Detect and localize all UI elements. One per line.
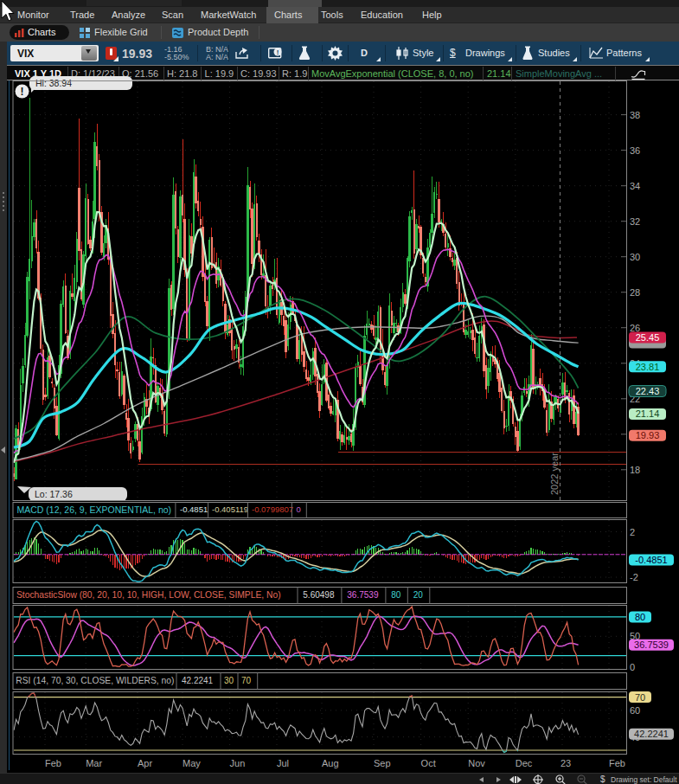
svg-text:Aug: Aug: [322, 758, 339, 768]
svg-text:-0.405119: -0.405119: [212, 504, 248, 514]
svg-text:Dec: Dec: [516, 758, 533, 768]
svg-text:Feb: Feb: [609, 758, 625, 768]
svg-text:36: 36: [630, 145, 640, 156]
svg-text:Lo: 17.36: Lo: 17.36: [35, 489, 73, 499]
svg-text:MACD (12, 26, 9, EXPONENTIAL,: MACD (12, 26, 9, EXPONENTIAL, no): [17, 504, 172, 515]
svg-text:30: 30: [224, 676, 234, 685]
svg-text:Mar: Mar: [86, 758, 102, 768]
svg-text:Jul: Jul: [277, 758, 289, 768]
svg-text:Apr: Apr: [138, 758, 152, 768]
svg-text:Sep: Sep: [374, 758, 391, 768]
svg-text:60: 60: [630, 705, 640, 716]
svg-text:30: 30: [630, 252, 640, 262]
svg-text:80: 80: [635, 612, 645, 622]
svg-text:28: 28: [630, 287, 640, 298]
svg-text:-2: -2: [630, 572, 638, 582]
svg-text:18: 18: [630, 465, 640, 475]
svg-text:36.7539: 36.7539: [634, 639, 669, 650]
svg-text:25.45: 25.45: [636, 332, 660, 343]
svg-text:19.93: 19.93: [636, 430, 660, 440]
svg-text:Jun: Jun: [230, 758, 246, 768]
svg-text:42.2241: 42.2241: [182, 676, 214, 685]
svg-text:Hi: 38.94: Hi: 38.94: [35, 78, 72, 88]
svg-text:42.2241: 42.2241: [634, 729, 669, 739]
svg-text:23: 23: [560, 758, 571, 768]
svg-text:2022 year: 2022 year: [549, 453, 560, 495]
svg-text:May: May: [183, 758, 201, 768]
svg-text:2: 2: [630, 527, 635, 537]
svg-text:Nov: Nov: [468, 758, 485, 768]
svg-text:36.7539: 36.7539: [347, 590, 379, 600]
svg-text:38: 38: [630, 110, 640, 120]
svg-text:-0.4851: -0.4851: [180, 504, 208, 514]
svg-text:RSI (14, 70, 30, CLOSE, WILDER: RSI (14, 70, 30, CLOSE, WILDERS, no): [16, 676, 174, 685]
svg-text:0: 0: [296, 504, 300, 514]
svg-text:26: 26: [630, 323, 640, 333]
svg-text:StochasticSlow (80, 20, 10, 10: StochasticSlow (80, 20, 10, 10, HIGH, LO…: [16, 590, 281, 600]
svg-text:70: 70: [635, 692, 645, 703]
svg-text:5.60498: 5.60498: [303, 590, 335, 600]
svg-text:-0.0799807: -0.0799807: [252, 504, 293, 514]
svg-text:22.43: 22.43: [636, 386, 660, 396]
svg-text:Feb: Feb: [45, 758, 61, 768]
svg-text:80: 80: [391, 590, 401, 600]
svg-text:-0.4851: -0.4851: [635, 555, 667, 565]
svg-text:0: 0: [630, 662, 635, 672]
svg-text:70: 70: [241, 676, 252, 685]
svg-text:23.81: 23.81: [636, 362, 660, 372]
svg-text:34: 34: [630, 181, 640, 191]
svg-text:Oct: Oct: [421, 758, 436, 768]
svg-text:32: 32: [630, 216, 640, 227]
svg-text:20: 20: [413, 590, 424, 600]
svg-text:21.14: 21.14: [636, 408, 660, 419]
svg-text:!: !: [21, 86, 24, 98]
